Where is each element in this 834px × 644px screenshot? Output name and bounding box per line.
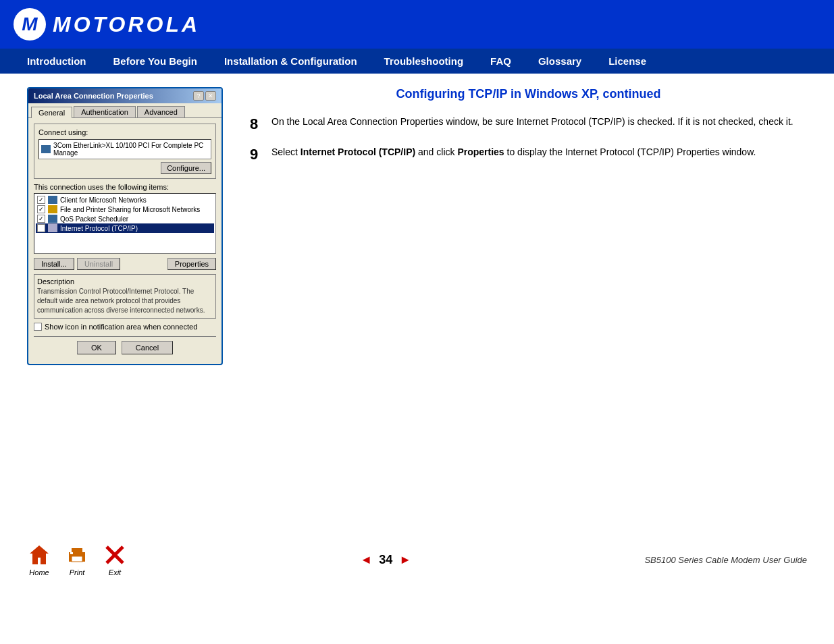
prev-arrow[interactable]: ◄ <box>360 553 372 567</box>
logo-circle: M <box>14 8 46 41</box>
connection-items-section: This connection uses the following items… <box>34 183 216 254</box>
motorola-brand-text: MOTOROLA <box>53 12 200 37</box>
print-icon <box>65 543 89 567</box>
description-group: Description Transmission Control Protoco… <box>34 274 216 319</box>
print-label: Print <box>70 568 85 576</box>
win-close-button[interactable]: ✕ <box>205 91 216 101</box>
adapter-icon <box>41 145 51 153</box>
show-icon-checkbox[interactable] <box>34 323 42 331</box>
sidebar-item-installation[interactable]: Installation & Configuration <box>211 49 371 74</box>
properties-button[interactable]: Properties <box>167 258 216 270</box>
list-item: ✓ Client for Microsoft Networks <box>36 195 214 205</box>
left-panel: Local Area Connection Properties ? ✕ Gen… <box>27 87 230 365</box>
step-9-text: Select Internet Protocol (TCP/IP) and cl… <box>271 145 756 159</box>
step-8-text: On the Local Area Connection Properties … <box>271 115 793 129</box>
win-tabs: General Authentication Advanced <box>28 103 221 118</box>
ok-cancel-buttons: OK Cancel <box>34 336 216 358</box>
win-body: Connect using: 3Com EtherLink>XL 10/100 … <box>28 118 221 364</box>
home-button[interactable]: Home <box>27 543 51 576</box>
tab-authentication[interactable]: Authentication <box>74 106 136 117</box>
svg-rect-2 <box>72 548 82 554</box>
ok-button[interactable]: OK <box>77 341 116 354</box>
configure-button[interactable]: Configure... <box>161 162 211 174</box>
step-8-number: 8 <box>250 115 263 134</box>
list-item: ✓ File and Printer Sharing for Microsoft… <box>36 205 214 214</box>
sidebar-item-license[interactable]: License <box>595 49 660 74</box>
sidebar-item-troubleshooting[interactable]: Troubleshooting <box>371 49 477 74</box>
tab-advanced[interactable]: Advanced <box>137 106 185 117</box>
show-icon-row: Show icon in notification area when conn… <box>34 323 216 331</box>
qos-label: QoS Packet Scheduler <box>60 215 128 223</box>
bold-tcp-ip: Internet Protocol (TCP/IP) <box>301 146 415 157</box>
checkbox-fileprint[interactable]: ✓ <box>37 205 45 213</box>
show-icon-label: Show icon in notification area when conn… <box>45 323 197 331</box>
sidebar-item-introduction[interactable]: Introduction <box>14 49 99 74</box>
dialog-action-buttons: Install... Uninstall Properties <box>34 258 216 270</box>
page-title: Configuring TCP/IP in Windows XP, contin… <box>250 87 807 101</box>
win-help-button[interactable]: ? <box>193 91 204 101</box>
bottom-toolbar: Home Print Exit ◄ 34 ► SB5100 Series Cab… <box>27 543 807 576</box>
win-dialog: Local Area Connection Properties ? ✕ Gen… <box>27 87 223 365</box>
checkbox-client[interactable]: ✓ <box>37 196 45 204</box>
checkbox-qos[interactable]: ✓ <box>37 215 45 223</box>
qos-icon <box>48 215 57 223</box>
win-dialog-title: Local Area Connection Properties <box>34 92 153 100</box>
guide-title: SB5100 Series Cable Modem User Guide <box>644 555 807 565</box>
motorola-logo: M MOTOROLA <box>14 8 200 41</box>
sidebar-item-before-you-begin[interactable]: Before You Begin <box>99 49 210 74</box>
sidebar-item-faq[interactable]: FAQ <box>477 49 525 74</box>
connection-items-list: ✓ Client for Microsoft Networks ✓ File a… <box>34 193 216 254</box>
step-container: 8 On the Local Area Connection Propertie… <box>250 115 807 164</box>
exit-icon <box>103 543 127 567</box>
toolbar-left: Home Print Exit <box>27 543 127 576</box>
description-label: Description <box>37 277 213 286</box>
svg-rect-3 <box>72 556 82 562</box>
install-button[interactable]: Install... <box>34 258 74 270</box>
cancel-button[interactable]: Cancel <box>122 341 173 354</box>
exit-button[interactable]: Exit <box>103 543 127 576</box>
right-panel: Configuring TCP/IP in Windows XP, contin… <box>250 87 807 365</box>
logo-m-icon: M <box>22 14 37 35</box>
win-controls: ? ✕ <box>193 91 216 101</box>
svg-marker-0 <box>30 545 49 564</box>
page-number: 34 <box>379 553 392 567</box>
exit-label: Exit <box>109 568 121 576</box>
header: M MOTOROLA <box>0 0 834 49</box>
home-icon <box>27 543 51 567</box>
client-icon <box>48 196 57 204</box>
client-label: Client for Microsoft Networks <box>60 196 147 204</box>
step-8-row: 8 On the Local Area Connection Propertie… <box>250 115 807 134</box>
connection-items-label: This connection uses the following items… <box>34 183 216 191</box>
svg-rect-4 <box>70 552 73 554</box>
fileprint-label: File and Printer Sharing for Microsoft N… <box>60 206 200 213</box>
bold-properties: Properties <box>457 146 504 157</box>
step-9-row: 9 Select Internet Protocol (TCP/IP) and … <box>250 145 807 165</box>
connect-using-label: Connect using: <box>38 128 211 136</box>
sidebar-item-glossary[interactable]: Glossary <box>525 49 595 74</box>
checkbox-tcpip[interactable]: ✓ <box>37 224 45 232</box>
next-arrow[interactable]: ► <box>399 553 411 567</box>
connect-using-group: Connect using: 3Com EtherLink>XL 10/100 … <box>34 124 216 179</box>
main-content: Local Area Connection Properties ? ✕ Gen… <box>0 74 834 379</box>
tcpip-label: Internet Protocol (TCP/IP) <box>60 225 138 232</box>
fileprint-icon <box>48 205 57 213</box>
print-button[interactable]: Print <box>65 543 89 576</box>
nav-bar: Introduction Before You Begin Installati… <box>0 49 834 74</box>
description-text: Transmission Control Protocol/Internet P… <box>37 287 213 315</box>
tcpip-icon <box>48 224 57 232</box>
home-label: Home <box>29 568 49 576</box>
adapter-text: 3Com EtherLink>XL 10/100 PCI For Complet… <box>53 142 209 157</box>
toolbar-center: ◄ 34 ► <box>127 553 644 567</box>
list-item: ✓ QoS Packet Scheduler <box>36 214 214 223</box>
adapter-row: 3Com EtherLink>XL 10/100 PCI For Complet… <box>38 139 211 159</box>
step-9-number: 9 <box>250 145 263 165</box>
list-item-selected[interactable]: ✓ Internet Protocol (TCP/IP) <box>36 223 214 233</box>
uninstall-button[interactable]: Uninstall <box>77 258 120 270</box>
win-titlebar: Local Area Connection Properties ? ✕ <box>28 88 221 103</box>
tab-general[interactable]: General <box>31 107 72 118</box>
